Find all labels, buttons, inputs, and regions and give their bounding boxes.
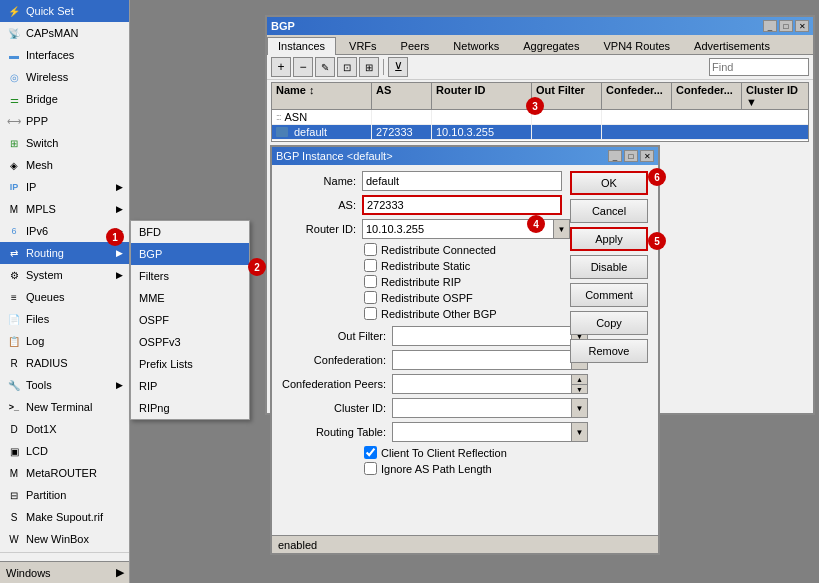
remove-btn[interactable]: − (293, 57, 313, 77)
ok-button[interactable]: OK (570, 171, 648, 195)
router-id-input[interactable] (362, 219, 554, 239)
default-icon (276, 127, 288, 137)
submenu-item-prefix-lists[interactable]: Prefix Lists (131, 353, 249, 375)
copy-btn[interactable]: ⊡ (337, 57, 357, 77)
sidebar-item-files[interactable]: 📄 Files (0, 308, 129, 330)
submenu-item-filters[interactable]: Filters (131, 265, 249, 287)
sidebar-item-switch[interactable]: ⊞ Switch (0, 132, 129, 154)
sidebar-item-system[interactable]: ⚙ System ▶ (0, 264, 129, 286)
sidebar-item-interfaces[interactable]: ▬ Interfaces (0, 44, 129, 66)
find-input[interactable] (709, 58, 809, 76)
indicator-2: 2 (248, 258, 266, 276)
sidebar-item-ppp[interactable]: ⟷ PPP (0, 110, 129, 132)
submenu-item-ripng[interactable]: RIPng (131, 397, 249, 419)
name-input[interactable] (362, 171, 562, 191)
redistribute-other-bgp-cb[interactable] (364, 307, 377, 320)
sidebar-item-wireless[interactable]: ◎ Wireless (0, 66, 129, 88)
router-id-dropdown-btn[interactable]: ▼ (554, 219, 570, 239)
mpls-arrow: ▶ (116, 204, 123, 214)
sidebar-item-label: Wireless (26, 71, 68, 83)
submenu-item-bgp[interactable]: BGP (131, 243, 249, 265)
td-asn-router (432, 110, 532, 124)
tab-advertisements[interactable]: Advertisements (683, 37, 781, 54)
routing-table-combo: ▼ (392, 422, 588, 442)
sidebar-item-dot1x[interactable]: D Dot1X (0, 418, 129, 440)
confederation-input[interactable] (392, 350, 572, 370)
sidebar-item-tools[interactable]: 🔧 Tools ▶ (0, 374, 129, 396)
sidebar-item-quickset[interactable]: ⚡ Quick Set (0, 0, 129, 22)
instance-window-controls: _ □ ✕ (608, 150, 654, 162)
out-filter-input[interactable] (392, 326, 572, 346)
indicator-5: 5 (648, 232, 666, 250)
instance-close-btn[interactable]: ✕ (640, 150, 654, 162)
bgp-maximize-btn[interactable]: □ (779, 20, 793, 32)
instance-maximize-btn[interactable]: □ (624, 150, 638, 162)
edit-btn[interactable]: ✎ (315, 57, 335, 77)
disable-button[interactable]: Disable (570, 255, 648, 279)
sidebar-item-radius[interactable]: R RADIUS (0, 352, 129, 374)
submenu-item-mme[interactable]: MME (131, 287, 249, 309)
filter-btn[interactable]: ⊻ (388, 57, 408, 77)
redistribute-rip-cb[interactable] (364, 275, 377, 288)
sidebar-item-capsman[interactable]: 📡 CAPsMAN (0, 22, 129, 44)
sidebar-item-partition[interactable]: ⊟ Partition (0, 484, 129, 506)
paste-btn[interactable]: ⊞ (359, 57, 379, 77)
bgp-minimize-btn[interactable]: _ (763, 20, 777, 32)
redistribute-connected-cb[interactable] (364, 243, 377, 256)
submenu-item-rip[interactable]: RIP (131, 375, 249, 397)
sidebar-item-ip[interactable]: IP IP ▶ (0, 176, 129, 198)
tab-vrfs[interactable]: VRFs (338, 37, 388, 54)
th-name: Name ↕ (272, 83, 372, 109)
cluster-id-input[interactable] (392, 398, 572, 418)
sidebar-item-make-supout[interactable]: S Make Supout.rif (0, 506, 129, 528)
sidebar-item-routing[interactable]: ⇄ Routing ▶ (0, 242, 129, 264)
sidebar-item-label: RADIUS (26, 357, 68, 369)
sidebar-item-new-winbox[interactable]: W New WinBox (0, 528, 129, 550)
as-input[interactable] (362, 195, 562, 215)
sidebar-item-lcd[interactable]: ▣ LCD (0, 440, 129, 462)
ip-icon: IP (6, 179, 22, 195)
apply-button[interactable]: Apply (570, 227, 648, 251)
windows-bar[interactable]: Windows ▶ (0, 561, 130, 583)
tab-vpn4[interactable]: VPN4 Routes (592, 37, 681, 54)
submenu-item-ospf[interactable]: OSPF (131, 309, 249, 331)
bgp-close-btn[interactable]: ✕ (795, 20, 809, 32)
sidebar-item-metarouter[interactable]: M MetaROUTER (0, 462, 129, 484)
routing-table-btn[interactable]: ▼ (572, 422, 588, 442)
sidebar-item-new-terminal[interactable]: >_ New Terminal (0, 396, 129, 418)
redistribute-static-cb[interactable] (364, 259, 377, 272)
out-filter-label: Out Filter: (276, 330, 386, 342)
cancel-button[interactable]: Cancel (570, 199, 648, 223)
submenu-item-ospfv3[interactable]: OSPFv3 (131, 331, 249, 353)
interfaces-icon: ▬ (6, 47, 22, 63)
router-id-label: Router ID: (276, 223, 356, 235)
instance-minimize-btn[interactable]: _ (608, 150, 622, 162)
peers-down-btn[interactable]: ▼ (572, 384, 588, 394)
client-reflection-label: Client To Client Reflection (381, 447, 507, 459)
th-router-id: Router ID (432, 83, 532, 109)
cluster-id-btn[interactable]: ▼ (572, 398, 588, 418)
add-btn[interactable]: + (271, 57, 291, 77)
sidebar-item-mpls[interactable]: M MPLS ▶ (0, 198, 129, 220)
client-reflection-cb[interactable] (364, 446, 377, 459)
sidebar-item-label: LCD (26, 445, 48, 457)
tab-networks[interactable]: Networks (442, 37, 510, 54)
routing-table-input[interactable] (392, 422, 572, 442)
redistribute-ospf-cb[interactable] (364, 291, 377, 304)
sidebar-item-bridge[interactable]: ⚌ Bridge (0, 88, 129, 110)
tab-instances[interactable]: Instances (267, 37, 336, 55)
th-as: AS (372, 83, 432, 109)
ignore-as-path-cb[interactable] (364, 462, 377, 475)
sidebar-item-queues[interactable]: ≡ Queues (0, 286, 129, 308)
confederation-peers-input[interactable] (392, 374, 572, 394)
submenu-item-bfd[interactable]: BFD (131, 221, 249, 243)
comment-button[interactable]: Comment (570, 283, 648, 307)
sidebar-item-mesh[interactable]: ◈ Mesh (0, 154, 129, 176)
remove-button[interactable]: Remove (570, 339, 648, 363)
copy-button[interactable]: Copy (570, 311, 648, 335)
tab-peers[interactable]: Peers (390, 37, 441, 54)
peers-up-btn[interactable]: ▲ (572, 374, 588, 384)
tab-aggregates[interactable]: Aggregates (512, 37, 590, 54)
sidebar-item-log[interactable]: 📋 Log (0, 330, 129, 352)
table-row-default[interactable]: default 272333 10.10.3.255 (272, 125, 808, 140)
